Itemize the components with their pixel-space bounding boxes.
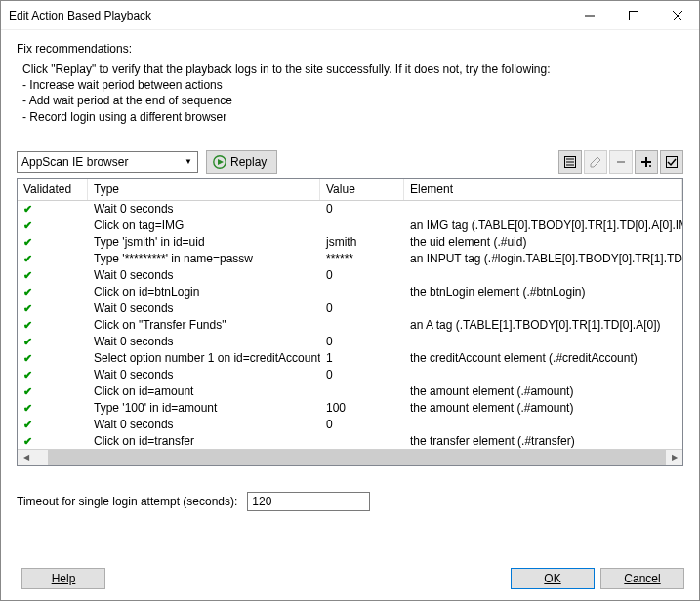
value-cell: 0 [320, 418, 404, 431]
validated-cell: ✔ [18, 219, 88, 232]
edit-button [584, 150, 607, 174]
scrollbar-thumb[interactable] [48, 450, 666, 465]
validated-cell: ✔ [18, 202, 88, 216]
type-cell: Click on id=btnLogin [88, 285, 320, 299]
ok-button[interactable]: OK [511, 568, 595, 589]
value-cell: 0 [320, 268, 404, 282]
list-button[interactable] [558, 150, 582, 174]
value-cell: 0 [320, 202, 404, 216]
svg-point-13 [649, 165, 651, 167]
element-cell: an IMG tag (.TABLE[0].TBODY[0].TR[1].TD[… [404, 219, 682, 232]
value-cell: 100 [320, 401, 404, 415]
help-button[interactable]: Help [21, 568, 105, 589]
add-icon [639, 155, 653, 169]
timeout-input[interactable] [247, 492, 370, 511]
validated-cell: ✔ [18, 418, 88, 431]
value-cell: 0 [320, 301, 404, 315]
scroll-right-icon[interactable]: ▶ [666, 449, 682, 465]
checkmark-icon: ✔ [23, 419, 32, 430]
table-row[interactable]: ✔Wait 0 seconds0 [18, 267, 682, 284]
element-cell: an INPUT tag (.#login.TABLE[0].TBODY[0].… [404, 252, 682, 265]
remove-icon [614, 155, 628, 169]
value-cell: ****** [320, 252, 404, 265]
checkmark-icon: ✔ [23, 369, 32, 381]
element-cell: the btnLogin element (.#btnLogin) [404, 285, 682, 299]
validated-cell: ✔ [18, 368, 88, 381]
actions-grid: Validated Type Value Element ✔Wait 0 sec… [17, 178, 683, 466]
validated-cell: ✔ [18, 285, 88, 299]
maximize-icon [629, 11, 638, 20]
svg-rect-1 [629, 11, 638, 20]
scroll-left-icon[interactable]: ◀ [18, 449, 34, 465]
validated-cell: ✔ [18, 318, 88, 332]
table-row[interactable]: ✔Wait 0 seconds0 [18, 367, 682, 383]
value-cell: jsmith [320, 235, 404, 249]
table-row[interactable]: ✔Wait 0 seconds0 [18, 201, 682, 218]
checkmark-icon: ✔ [23, 352, 32, 364]
validated-cell: ✔ [18, 434, 88, 448]
element-cell: the amount element (.#amount) [404, 384, 682, 398]
horizontal-scrollbar[interactable]: ◀ ▶ [18, 449, 682, 465]
value-cell: 0 [320, 335, 404, 348]
table-row[interactable]: ✔Wait 0 seconds0 [18, 300, 682, 317]
type-cell: Type '*********' in name=passw [88, 252, 320, 265]
column-element[interactable]: Element [404, 179, 682, 200]
type-cell: Wait 0 seconds [88, 368, 320, 381]
maximize-button[interactable] [611, 1, 655, 30]
validated-cell: ✔ [18, 335, 88, 348]
type-cell: Wait 0 seconds [88, 418, 320, 431]
check-all-button[interactable] [660, 150, 683, 174]
table-row[interactable]: ✔Click on id=transferthe transfer elemen… [18, 433, 682, 449]
table-row[interactable]: ✔Click on "Transfer Funds"an A tag (.TAB… [18, 317, 682, 334]
validated-cell: ✔ [18, 351, 88, 365]
help-label: Help [52, 572, 76, 585]
svg-marker-5 [218, 159, 224, 165]
checkmark-icon: ✔ [23, 385, 32, 397]
minimize-button[interactable] [567, 1, 611, 30]
edit-icon [589, 155, 602, 169]
toolbar: AppScan IE browser ▼ Replay [17, 150, 683, 174]
close-button[interactable] [655, 1, 699, 30]
validated-cell: ✔ [18, 252, 88, 265]
play-icon [213, 155, 226, 169]
column-type[interactable]: Type [88, 179, 320, 200]
table-row[interactable]: ✔Type '100' in id=amount100the amount el… [18, 400, 682, 417]
type-cell: Type '100' in id=amount [88, 401, 320, 415]
dialog-footer: Help OK Cancel [16, 568, 684, 589]
type-cell: Click on id=amount [88, 384, 320, 398]
browser-select[interactable]: AppScan IE browser ▼ [17, 151, 198, 173]
add-button[interactable] [635, 150, 658, 174]
recommendation-line: - Increase wait period between actions [22, 77, 683, 93]
type-cell: Click on "Transfer Funds" [88, 318, 320, 332]
table-row[interactable]: ✔Click on id=amountthe amount element (.… [18, 383, 682, 400]
checkmark-icon: ✔ [23, 302, 32, 314]
checkmark-icon: ✔ [23, 336, 32, 347]
table-row[interactable]: ✔Wait 0 seconds0 [18, 334, 682, 350]
checkmark-icon: ✔ [23, 203, 32, 215]
element-cell: an A tag (.TABLE[1].TBODY[0].TR[1].TD[0]… [404, 318, 682, 332]
table-row[interactable]: ✔Type 'jsmith' in id=uidjsmiththe uid el… [18, 234, 682, 251]
replay-button[interactable]: Replay [206, 150, 277, 174]
column-value[interactable]: Value [320, 179, 404, 200]
type-cell: Wait 0 seconds [88, 268, 320, 282]
checkmark-icon: ✔ [23, 253, 32, 264]
checkmark-icon: ✔ [23, 402, 32, 414]
validated-cell: ✔ [18, 384, 88, 398]
column-validated[interactable]: Validated [18, 179, 88, 200]
cancel-button[interactable]: Cancel [600, 568, 684, 589]
validated-cell: ✔ [18, 268, 88, 282]
close-icon [673, 11, 682, 20]
table-row[interactable]: ✔Select option number 1 on id=creditAcco… [18, 350, 682, 367]
cancel-label: Cancel [624, 572, 660, 585]
table-row[interactable]: ✔Click on tag=IMGan IMG tag (.TABLE[0].T… [18, 218, 682, 234]
table-row[interactable]: ✔Click on id=btnLoginthe btnLogin elemen… [18, 284, 682, 300]
table-row[interactable]: ✔Type '*********' in name=passw******an … [18, 251, 682, 267]
grid-body[interactable]: ✔Wait 0 seconds0✔Click on tag=IMGan IMG … [18, 201, 682, 449]
browser-select-value: AppScan IE browser [21, 155, 128, 169]
dialog-content: Fix recommendations: Click "Replay" to v… [1, 30, 699, 521]
window-title: Edit Action Based Playback [1, 9, 567, 22]
checkmark-icon: ✔ [23, 286, 32, 298]
timeout-label: Timeout for single login attempt (second… [17, 495, 237, 508]
table-row[interactable]: ✔Wait 0 seconds0 [18, 417, 682, 433]
recommendation-line: - Record login using a different browser [22, 109, 683, 125]
